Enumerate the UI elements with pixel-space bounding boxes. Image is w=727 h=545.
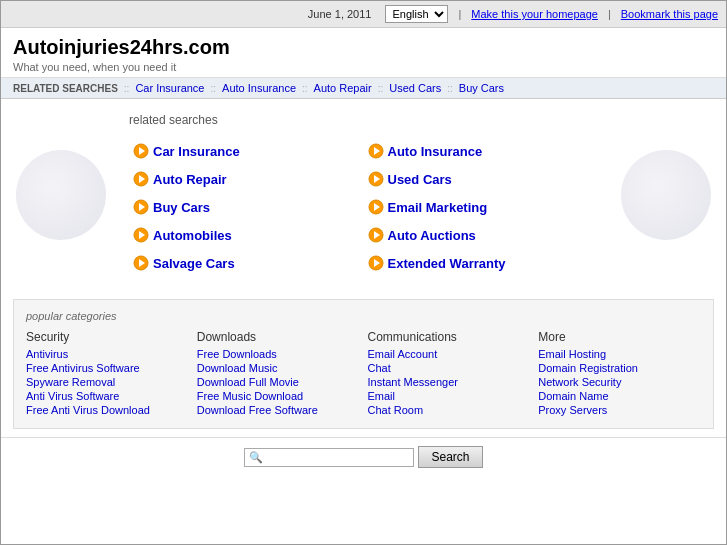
link-network-security[interactable]: Network Security: [538, 376, 701, 388]
list-item: Salvage Cars: [129, 249, 364, 277]
related-link-used-cars[interactable]: Used Cars: [389, 82, 441, 94]
category-more: More Email Hosting Domain Registration N…: [538, 330, 701, 418]
link-email-account[interactable]: Email Account: [368, 348, 531, 360]
homepage-link[interactable]: Make this your homepage: [471, 8, 598, 20]
link-used-cars[interactable]: Used Cars: [388, 172, 452, 187]
search-input[interactable]: [266, 451, 406, 463]
arrow-icon: [368, 171, 384, 187]
arrow-icon: [368, 199, 384, 215]
link-free-downloads[interactable]: Free Downloads: [197, 348, 360, 360]
link-email[interactable]: Email: [368, 390, 531, 402]
search-glass-icon: 🔍: [249, 451, 263, 464]
link-download-free-software[interactable]: Download Free Software: [197, 404, 360, 416]
sep: ::: [447, 83, 453, 94]
related-link-auto-insurance[interactable]: Auto Insurance: [222, 82, 296, 94]
link-automobiles[interactable]: Automobiles: [153, 228, 232, 243]
arrow-icon: [133, 199, 149, 215]
category-communications: Communications Email Account Chat Instan…: [368, 330, 531, 418]
list-item: Car Insurance: [129, 137, 364, 165]
list-item: Automobiles: [129, 221, 364, 249]
link-instant-messenger[interactable]: Instant Messenger: [368, 376, 531, 388]
link-extended-warranty[interactable]: Extended Warranty: [388, 256, 506, 271]
search-button[interactable]: Search: [418, 446, 482, 468]
categories-grid: Security Antivirus Free Antivirus Softwa…: [26, 330, 701, 418]
link-download-music[interactable]: Download Music: [197, 362, 360, 374]
separator: |: [458, 8, 461, 20]
link-free-music-download[interactable]: Free Music Download: [197, 390, 360, 402]
bookmark-link[interactable]: Bookmark this page: [621, 8, 718, 20]
popular-heading: popular categories: [26, 310, 701, 322]
link-domain-name[interactable]: Domain Name: [538, 390, 701, 402]
category-title-more: More: [538, 330, 701, 344]
list-item: Auto Repair: [129, 165, 364, 193]
circle-right-decoration: [606, 109, 726, 281]
link-free-anti-virus-download[interactable]: Free Anti Virus Download: [26, 404, 189, 416]
date-label: June 1, 2011: [308, 8, 372, 20]
arrow-icon: [368, 143, 384, 159]
arrow-icon: [133, 255, 149, 271]
link-email-hosting[interactable]: Email Hosting: [538, 348, 701, 360]
sep: ::: [378, 83, 384, 94]
link-proxy-servers[interactable]: Proxy Servers: [538, 404, 701, 416]
popular-section: popular categories Security Antivirus Fr…: [13, 299, 714, 429]
link-download-full-movie[interactable]: Download Full Movie: [197, 376, 360, 388]
search-bar: 🔍 Search: [1, 437, 726, 476]
link-email-marketing[interactable]: Email Marketing: [388, 200, 488, 215]
sep: ::: [210, 83, 216, 94]
related-searches-label: RELATED SEARCHES: [13, 83, 118, 94]
related-link-car-insurance[interactable]: Car Insurance: [135, 82, 204, 94]
language-select[interactable]: English: [385, 5, 448, 23]
link-antivirus[interactable]: Antivirus: [26, 348, 189, 360]
list-item: Auto Insurance: [364, 137, 599, 165]
list-item: Email Marketing: [364, 193, 599, 221]
related-link-buy-cars[interactable]: Buy Cars: [459, 82, 504, 94]
arrow-icon: [368, 255, 384, 271]
link-chat-room[interactable]: Chat Room: [368, 404, 531, 416]
link-chat[interactable]: Chat: [368, 362, 531, 374]
related-link-auto-repair[interactable]: Auto Repair: [314, 82, 372, 94]
arrow-icon: [133, 171, 149, 187]
arrow-icon: [133, 143, 149, 159]
related-heading: related searches: [129, 113, 598, 127]
sep: ::: [302, 83, 308, 94]
link-auto-repair[interactable]: Auto Repair: [153, 172, 227, 187]
link-salvage-cars[interactable]: Salvage Cars: [153, 256, 235, 271]
link-car-insurance[interactable]: Car Insurance: [153, 144, 240, 159]
list-item: Extended Warranty: [364, 249, 599, 277]
list-item: Auto Auctions: [364, 221, 599, 249]
links-grid: Car Insurance Auto Insurance: [129, 137, 598, 277]
circle-left-decoration: [1, 109, 121, 281]
link-buy-cars[interactable]: Buy Cars: [153, 200, 210, 215]
list-item: Used Cars: [364, 165, 599, 193]
list-item: Buy Cars: [129, 193, 364, 221]
link-anti-virus-software[interactable]: Anti Virus Software: [26, 390, 189, 402]
search-input-wrap: 🔍: [244, 448, 414, 467]
category-title-security: Security: [26, 330, 189, 344]
site-tagline: What you need, when you need it: [13, 61, 230, 73]
arrow-icon: [133, 227, 149, 243]
category-security: Security Antivirus Free Antivirus Softwa…: [26, 330, 189, 418]
sep: ::: [124, 83, 130, 94]
separator: |: [608, 8, 611, 20]
category-title-downloads: Downloads: [197, 330, 360, 344]
link-free-antivirus[interactable]: Free Antivirus Software: [26, 362, 189, 374]
category-downloads: Downloads Free Downloads Download Music …: [197, 330, 360, 418]
site-title: Autoinjuries24hrs.com: [13, 36, 230, 59]
link-domain-registration[interactable]: Domain Registration: [538, 362, 701, 374]
link-auto-insurance[interactable]: Auto Insurance: [388, 144, 483, 159]
arrow-icon: [368, 227, 384, 243]
link-auto-auctions[interactable]: Auto Auctions: [388, 228, 476, 243]
category-title-communications: Communications: [368, 330, 531, 344]
link-spyware-removal[interactable]: Spyware Removal: [26, 376, 189, 388]
